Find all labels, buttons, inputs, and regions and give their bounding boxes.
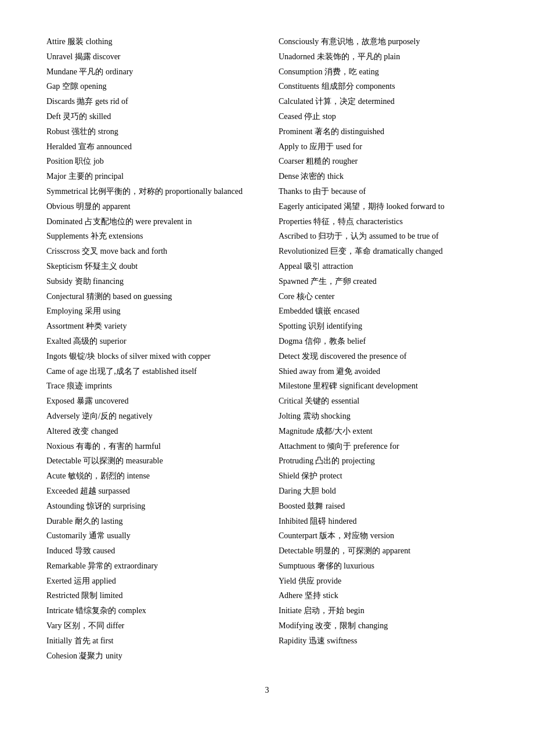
list-item: Apply to 应用于 used for xyxy=(279,140,488,154)
list-item: Ingots 银锭/块 blocks of silver mixed with … xyxy=(46,350,255,363)
list-item: Boosted 鼓舞 raised xyxy=(279,499,488,513)
list-item: Skepticism 怀疑主义 doubt xyxy=(46,260,255,273)
list-item: Subsidy 资助 financing xyxy=(46,275,255,289)
list-item: Crisscross 交叉 move back and forth xyxy=(46,244,255,258)
list-item: Durable 耐久的 lasting xyxy=(46,514,255,528)
list-item: Detectable 可以探测的 measurable xyxy=(46,454,255,468)
list-item: Exerted 运用 applied xyxy=(46,574,255,588)
list-item: Shield 保护 protect xyxy=(279,469,488,483)
list-item: Milestone 里程碑 significant development xyxy=(279,379,488,393)
list-item: Supplements 补充 extensions xyxy=(46,229,255,243)
list-item: Gap 空隙 opening xyxy=(46,80,255,93)
list-item: Altered 改变 changed xyxy=(46,424,255,438)
list-item: Robust 强壮的 strong xyxy=(46,125,255,139)
list-item: Consumption 消费，吃 eating xyxy=(279,65,488,79)
list-item: Dominated 占支配地位的 were prevalent in xyxy=(46,215,255,229)
main-content: Attire 服装 clothingUnravel 揭露 discoverMun… xyxy=(46,35,488,663)
list-item: Protruding 凸出的 projecting xyxy=(279,454,488,468)
list-item: Exalted 高级的 superior xyxy=(46,334,255,348)
list-item: Ascribed to 归功于，认为 assumed to be true of xyxy=(279,229,488,243)
list-item: Mundane 平凡的 ordinary xyxy=(46,65,255,79)
list-item: Properties 特征，特点 characteristics xyxy=(279,215,488,229)
list-item: Trace 痕迹 imprints xyxy=(46,379,255,393)
page-number: 3 xyxy=(46,686,488,695)
list-item: Magnitude 成都/大小 extent xyxy=(279,424,488,438)
list-item: Detect 发现 discovered the presence of xyxy=(279,350,488,363)
list-item: Major 主要的 principal xyxy=(46,170,255,183)
right-column: Consciously 有意识地，故意地 purposelyUnadorned … xyxy=(279,35,488,663)
list-item: Remarkable 异常的 extraordinary xyxy=(46,559,255,573)
list-item: Embedded 镶嵌 encased xyxy=(279,304,488,318)
list-item: Prominent 著名的 distinguished xyxy=(279,125,488,139)
list-item: Spotting 识别 identifying xyxy=(279,319,488,333)
list-item: Exposed 暴露 uncovered xyxy=(46,394,255,408)
list-item: Heralded 宣布 announced xyxy=(46,140,255,154)
list-item: Shied away from 避免 avoided xyxy=(279,365,488,379)
list-item: Deft 灵巧的 skilled xyxy=(46,110,255,124)
list-item: Adhere 坚持 stick xyxy=(279,589,488,603)
list-item: Spawned 产生，产卵 created xyxy=(279,275,488,289)
list-item: Initially 首先 at first xyxy=(46,634,255,648)
list-item: Yield 供应 provide xyxy=(279,574,488,588)
list-item: Core 核心 center xyxy=(279,290,488,304)
list-item: Constituents 组成部分 components xyxy=(279,80,488,93)
list-item: Daring 大胆 bold xyxy=(279,484,488,498)
list-item: Position 职位 job xyxy=(46,154,255,168)
list-item: Coarser 粗糙的 rougher xyxy=(279,154,488,168)
list-item: Cohesion 凝聚力 unity xyxy=(46,649,255,663)
list-item: Rapidity 迅速 swiftness xyxy=(279,634,488,648)
list-item: Symmetrical 比例平衡的，对称的 proportionally bal… xyxy=(46,185,255,199)
list-item: Exceeded 超越 surpassed xyxy=(46,484,255,498)
list-item: Conjectural 猜测的 based on guessing xyxy=(46,290,255,304)
list-item: Attire 服装 clothing xyxy=(46,35,255,49)
list-item: Detectable 明显的，可探测的 apparent xyxy=(279,544,488,558)
list-item: Came of age 出现了,成名了 established itself xyxy=(46,365,255,379)
list-item: Critical 关键的 essential xyxy=(279,394,488,408)
list-item: Customarily 通常 usually xyxy=(46,529,255,543)
list-item: Thanks to 由于 because of xyxy=(279,185,488,199)
list-item: Consciously 有意识地，故意地 purposely xyxy=(279,35,488,49)
list-item: Initiate 启动，开始 begin xyxy=(279,604,488,618)
list-item: Astounding 惊讶的 surprising xyxy=(46,499,255,513)
list-item: Calculated 计算，决定 determined xyxy=(279,95,488,109)
list-item: Dense 浓密的 thick xyxy=(279,170,488,183)
list-item: Assortment 种类 variety xyxy=(46,319,255,333)
list-item: Induced 导致 caused xyxy=(46,544,255,558)
list-item: Attachment to 倾向于 preference for xyxy=(279,440,488,453)
list-item: Dogma 信仰，教条 belief xyxy=(279,334,488,348)
list-item: Adversely 逆向/反的 negatively xyxy=(46,409,255,423)
list-item: Restricted 限制 limited xyxy=(46,589,255,603)
left-column: Attire 服装 clothingUnravel 揭露 discoverMun… xyxy=(46,35,255,663)
list-item: Noxious 有毒的，有害的 harmful xyxy=(46,440,255,453)
list-item: Eagerly anticipated 渴望，期待 looked forward… xyxy=(279,200,488,214)
list-item: Counterpart 版本，对应物 version xyxy=(279,529,488,543)
list-item: Obvious 明显的 apparent xyxy=(46,200,255,214)
list-item: Unravel 揭露 discover xyxy=(46,50,255,64)
list-item: Employing 采用 using xyxy=(46,304,255,318)
list-item: Acute 敏锐的，剧烈的 intense xyxy=(46,469,255,483)
list-item: Ceased 停止 stop xyxy=(279,110,488,124)
list-item: Discards 抛弃 gets rid of xyxy=(46,95,255,109)
list-item: Inhibited 阻碍 hindered xyxy=(279,514,488,528)
list-item: Vary 区别，不同 differ xyxy=(46,619,255,633)
list-item: Jolting 震动 shocking xyxy=(279,409,488,423)
list-item: Modifying 改变，限制 changing xyxy=(279,619,488,633)
list-item: Intricate 错综复杂的 complex xyxy=(46,604,255,618)
list-item: Unadorned 未装饰的，平凡的 plain xyxy=(279,50,488,64)
list-item: Sumptuous 奢侈的 luxurious xyxy=(279,559,488,573)
list-item: Revolutionized 巨变，革命 dramatically change… xyxy=(279,244,488,258)
list-item: Appeal 吸引 attraction xyxy=(279,260,488,273)
